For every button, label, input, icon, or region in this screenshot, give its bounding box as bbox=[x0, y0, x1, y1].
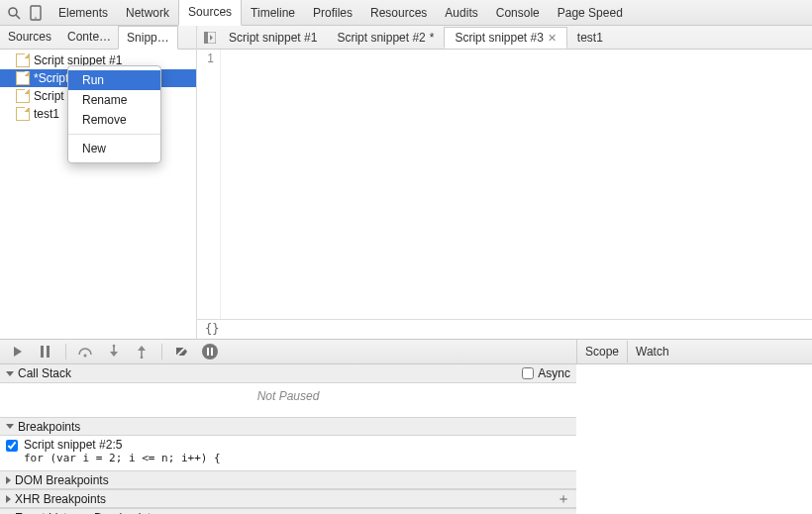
close-icon[interactable]: ✕ bbox=[548, 32, 557, 45]
svg-rect-19 bbox=[207, 348, 209, 356]
svg-point-13 bbox=[113, 345, 116, 347]
pretty-print-button[interactable]: {} bbox=[197, 319, 812, 339]
show-navigator-icon[interactable] bbox=[201, 29, 219, 47]
breakpoint-label: Script snippet #2:5 bbox=[24, 438, 122, 452]
svg-rect-20 bbox=[211, 348, 213, 356]
navigator-tabs: Sources Conte… Snipp… bbox=[0, 26, 196, 50]
device-icon[interactable] bbox=[28, 5, 44, 21]
async-checkbox[interactable] bbox=[522, 367, 534, 379]
line-gutter: 1 bbox=[197, 50, 221, 319]
context-menu-run[interactable]: Run bbox=[68, 70, 160, 90]
code-content[interactable] bbox=[221, 50, 812, 319]
context-menu-rename[interactable]: Rename bbox=[68, 90, 160, 110]
deactivate-breakpoints-icon[interactable] bbox=[174, 344, 190, 360]
svg-marker-12 bbox=[110, 352, 118, 357]
event-listener-breakpoints-header[interactable]: Event Listener Breakpoints bbox=[0, 508, 576, 514]
svg-rect-9 bbox=[47, 346, 50, 358]
editor-area: Script snippet #1 Script snippet #2* Scr… bbox=[197, 26, 812, 339]
panel-title: DOM Breakpoints bbox=[15, 473, 109, 487]
search-icon[interactable] bbox=[6, 5, 22, 21]
debug-panels: Call Stack Async Not Paused Breakpoints … bbox=[0, 364, 576, 514]
panel-title: Call Stack bbox=[18, 366, 71, 380]
breakpoints-header[interactable]: Breakpoints bbox=[0, 417, 576, 436]
main-toolbar: Elements Network Sources Timeline Profil… bbox=[0, 0, 812, 26]
tab-pagespeed[interactable]: Page Speed bbox=[549, 0, 632, 26]
tab-sources[interactable]: Sources bbox=[178, 0, 242, 26]
context-menu-new[interactable]: New bbox=[68, 139, 160, 158]
step-out-icon[interactable] bbox=[134, 344, 150, 360]
tab-resources[interactable]: Resources bbox=[361, 0, 436, 26]
context-menu: Run Rename Remove New bbox=[67, 65, 161, 163]
tab-network[interactable]: Network bbox=[117, 0, 178, 26]
scope-tab[interactable]: Scope bbox=[577, 341, 628, 362]
pause-on-exceptions-icon[interactable] bbox=[202, 344, 218, 360]
not-paused-text: Not Paused bbox=[6, 385, 570, 411]
snippet-label: test1 bbox=[34, 107, 59, 121]
file-tab-label: Script snippet #2 bbox=[337, 31, 425, 45]
panel-tabs: Elements Network Sources Timeline Profil… bbox=[50, 0, 632, 26]
file-tab-label: Script snippet #3 bbox=[455, 31, 543, 45]
sidebar-tabs: Scope Watch bbox=[576, 340, 812, 363]
svg-line-1 bbox=[16, 15, 20, 19]
tab-timeline[interactable]: Timeline bbox=[242, 0, 304, 26]
nav-tab-sources[interactable]: Sources bbox=[0, 26, 59, 49]
svg-rect-5 bbox=[204, 32, 208, 44]
svg-marker-15 bbox=[138, 346, 146, 351]
disclosure-triangle-icon bbox=[6, 476, 11, 484]
file-icon bbox=[16, 71, 30, 85]
step-into-icon[interactable] bbox=[106, 344, 122, 360]
svg-point-3 bbox=[35, 17, 37, 19]
tab-console[interactable]: Console bbox=[487, 0, 549, 26]
disclosure-triangle-icon bbox=[6, 495, 11, 503]
add-icon[interactable]: ＋ bbox=[557, 490, 570, 508]
file-tab[interactable]: test1 bbox=[567, 28, 613, 48]
xhr-breakpoints-header[interactable]: XHR Breakpoints ＋ bbox=[0, 489, 576, 508]
call-stack-header[interactable]: Call Stack Async bbox=[0, 364, 576, 383]
snippet-tree: Script snippet #1 *Script snippet #2 Scr… bbox=[0, 50, 196, 339]
disclosure-triangle-icon bbox=[6, 424, 14, 429]
file-tab[interactable]: Script snippet #3✕ bbox=[444, 27, 566, 49]
file-tab-label: Script snippet #1 bbox=[229, 31, 317, 45]
modified-indicator: * bbox=[430, 31, 435, 45]
file-tab-bar: Script snippet #1 Script snippet #2* Scr… bbox=[197, 26, 812, 50]
step-over-icon[interactable] bbox=[78, 344, 94, 360]
svg-point-0 bbox=[9, 8, 17, 16]
panel-title: Breakpoints bbox=[18, 420, 80, 434]
context-menu-remove[interactable]: Remove bbox=[68, 110, 160, 130]
watch-tab[interactable]: Watch bbox=[628, 341, 677, 362]
async-label: Async bbox=[538, 366, 570, 380]
svg-rect-8 bbox=[41, 346, 44, 358]
svg-marker-6 bbox=[210, 35, 213, 41]
breakpoint-checkbox[interactable] bbox=[6, 440, 18, 452]
file-tab-label: test1 bbox=[577, 31, 603, 45]
file-tab[interactable]: Script snippet #1 bbox=[219, 28, 327, 48]
code-editor[interactable]: 1 bbox=[197, 50, 812, 319]
svg-marker-7 bbox=[14, 347, 22, 357]
navigator-sidebar: Sources Conte… Snipp… Script snippet #1 … bbox=[0, 26, 197, 339]
file-icon bbox=[16, 53, 30, 67]
breakpoint-code: for (var i = 2; i <= n; i++) { bbox=[6, 452, 570, 464]
tab-profiles[interactable]: Profiles bbox=[304, 0, 361, 26]
debugger-toolbar: Scope Watch bbox=[0, 339, 812, 364]
svg-point-16 bbox=[141, 357, 144, 359]
nav-tab-content[interactable]: Conte… bbox=[59, 26, 119, 49]
file-icon bbox=[16, 107, 30, 121]
file-tab[interactable]: Script snippet #2* bbox=[327, 28, 444, 48]
dom-breakpoints-header[interactable]: DOM Breakpoints bbox=[0, 470, 576, 489]
pause-icon[interactable] bbox=[38, 344, 53, 360]
file-icon bbox=[16, 89, 30, 103]
svg-point-10 bbox=[84, 355, 87, 358]
disclosure-triangle-icon bbox=[6, 371, 14, 376]
nav-tab-snippets[interactable]: Snipp… bbox=[118, 26, 178, 50]
tab-audits[interactable]: Audits bbox=[436, 0, 486, 26]
panel-title: Event Listener Breakpoints bbox=[15, 511, 156, 515]
breakpoint-item[interactable]: Script snippet #2:5 bbox=[6, 438, 570, 452]
resume-icon[interactable] bbox=[10, 344, 26, 360]
tab-elements[interactable]: Elements bbox=[50, 0, 117, 26]
panel-title: XHR Breakpoints bbox=[15, 492, 106, 506]
